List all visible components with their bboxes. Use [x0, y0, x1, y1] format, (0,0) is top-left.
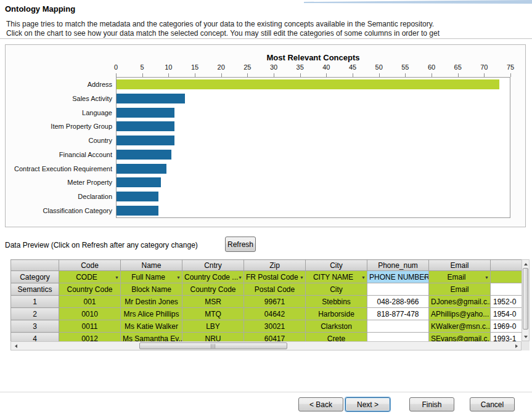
- column-header[interactable]: Phone_num: [367, 260, 429, 271]
- finish-button[interactable]: Finish: [409, 397, 454, 411]
- category-cell-partial: [491, 271, 522, 283]
- category-combo-label: PHONE NUMBER: [369, 273, 429, 281]
- semantics-cell: Country Code: [182, 283, 244, 296]
- category-combo[interactable]: PHONE NUMBER▼: [367, 271, 429, 283]
- chart-bar[interactable]: [117, 79, 499, 89]
- category-combo[interactable]: Country Code ...▼: [182, 271, 244, 283]
- chart-category-label: Contract Execution Requirement: [14, 165, 112, 172]
- axis-tick-mark: [510, 73, 511, 77]
- row-header-category: Category: [11, 271, 59, 283]
- chart-bar-row: Sales Activity: [117, 92, 510, 106]
- vscroll-thumb[interactable]: [523, 268, 528, 330]
- back-button[interactable]: < Back: [298, 397, 343, 411]
- chart-bar[interactable]: [117, 150, 171, 160]
- axis-tick-label: 45: [349, 63, 356, 71]
- chart-bar[interactable]: [117, 108, 174, 118]
- data-cell: 30021: [244, 320, 306, 333]
- data-cell: Crete: [306, 333, 367, 342]
- axis-tick-label: 70: [480, 63, 488, 71]
- scroll-left-button[interactable]: [11, 342, 20, 350]
- table-viewport: CodeNameCntryZipCityPhone_numEmailCatego…: [10, 259, 522, 341]
- category-combo[interactable]: Email▼: [429, 271, 491, 283]
- chart-bar[interactable]: [117, 164, 166, 174]
- vertical-scrollbar[interactable]: [522, 259, 530, 341]
- data-cell: Clarkston: [306, 320, 367, 333]
- header-separator: [0, 38, 532, 39]
- scroll-right-button[interactable]: [512, 342, 521, 350]
- semantics-cell: City: [306, 283, 367, 296]
- category-combo[interactable]: Full Name▼: [121, 271, 182, 283]
- column-header[interactable]: City: [306, 260, 367, 271]
- axis-tick-label: 40: [322, 63, 330, 71]
- horizontal-scrollbar[interactable]: [10, 341, 522, 350]
- data-cell: 60417: [244, 333, 306, 342]
- category-combo-label: CODE: [76, 273, 97, 281]
- chart-category-label: Country: [88, 137, 112, 144]
- data-cell: Ms Samantha Ev...: [121, 333, 182, 342]
- chart-plot: AddressSales ActivityLanguageItem Proper…: [116, 77, 510, 218]
- axis-tick-label: 0: [114, 63, 118, 71]
- chart-bar[interactable]: [117, 136, 174, 145]
- data-cell: 04642: [244, 308, 306, 320]
- page-description: This page tries to match the metadata an…: [6, 20, 440, 38]
- chevron-down-icon: ▼: [176, 275, 181, 279]
- column-header[interactable]: Zip: [244, 260, 306, 271]
- chart-bar-row: Language: [117, 105, 510, 119]
- data-cell: [367, 320, 429, 333]
- row-header-number: 1: [11, 296, 59, 308]
- semantics-cell: Email: [429, 283, 491, 296]
- axis-tick-label: 10: [165, 63, 172, 71]
- description-line-2: Click on the chart to see how your data …: [6, 29, 440, 38]
- chart-bar[interactable]: [117, 177, 161, 187]
- arrow-down-icon: [524, 336, 528, 338]
- data-cell: NRU: [182, 333, 244, 342]
- next-button[interactable]: Next >: [345, 397, 390, 411]
- chart-category-label: Classification Category: [43, 207, 113, 214]
- most-relevant-concepts-chart: Most Relevant Concepts 05101520253035404…: [5, 44, 526, 227]
- refresh-button[interactable]: Refresh: [225, 237, 256, 252]
- semantics-cell-partial: [491, 283, 522, 296]
- category-combo[interactable]: FR Postal Code▼: [244, 271, 306, 283]
- category-combo[interactable]: CODE▼: [59, 271, 121, 283]
- scroll-down-button[interactable]: [522, 333, 529, 341]
- column-header-partial: [491, 260, 522, 271]
- column-header[interactable]: Email: [429, 260, 491, 271]
- data-cell: 99671: [244, 296, 306, 308]
- axis-tick-label: 15: [191, 63, 198, 71]
- axis-tick-label: 35: [297, 63, 304, 71]
- semantics-cell: Country Code: [59, 283, 121, 296]
- category-combo-label: Email: [447, 273, 465, 281]
- category-combo[interactable]: CITY NAME▼: [306, 271, 367, 283]
- axis-tick-label: 5: [141, 63, 144, 71]
- page-title: Ontology Mapping: [5, 4, 75, 14]
- chevron-down-icon: ▼: [238, 275, 242, 279]
- axis-tick-label: 20: [218, 63, 225, 71]
- chart-bar[interactable]: [117, 94, 185, 103]
- chart-bar[interactable]: [117, 121, 174, 131]
- semantics-cell: Postal Code: [244, 283, 306, 296]
- arrow-left-icon: [15, 344, 17, 348]
- chevron-down-icon: ▼: [423, 275, 427, 279]
- data-cell: Mr Destin Jones: [121, 296, 182, 308]
- data-cell: 001: [59, 296, 121, 308]
- axis-tick-label: 75: [507, 63, 514, 71]
- axis-tick-label: 65: [454, 63, 462, 71]
- chart-bar[interactable]: [117, 206, 158, 216]
- data-cell: 1952-0: [491, 296, 522, 308]
- hscroll-thumb[interactable]: [139, 342, 287, 349]
- data-cell: Mrs Alice Phillips: [121, 308, 182, 320]
- axis-tick-label: 55: [401, 63, 409, 71]
- cancel-button[interactable]: Cancel: [470, 397, 515, 411]
- column-header[interactable]: Code: [59, 260, 121, 271]
- scroll-up-button[interactable]: [522, 260, 529, 268]
- scrollbar-corner: [522, 341, 530, 350]
- chart-bar[interactable]: [117, 192, 158, 201]
- column-header[interactable]: Cntry: [182, 260, 244, 271]
- chart-bar-row: Declaration: [117, 190, 510, 204]
- chevron-down-icon: ▼: [300, 275, 304, 279]
- column-header[interactable]: Name: [121, 260, 182, 271]
- data-cell: 0011: [59, 320, 121, 333]
- axis-tick-label: 60: [428, 63, 435, 71]
- chart-category-label: Language: [82, 109, 112, 116]
- chart-category-label: Address: [88, 81, 112, 88]
